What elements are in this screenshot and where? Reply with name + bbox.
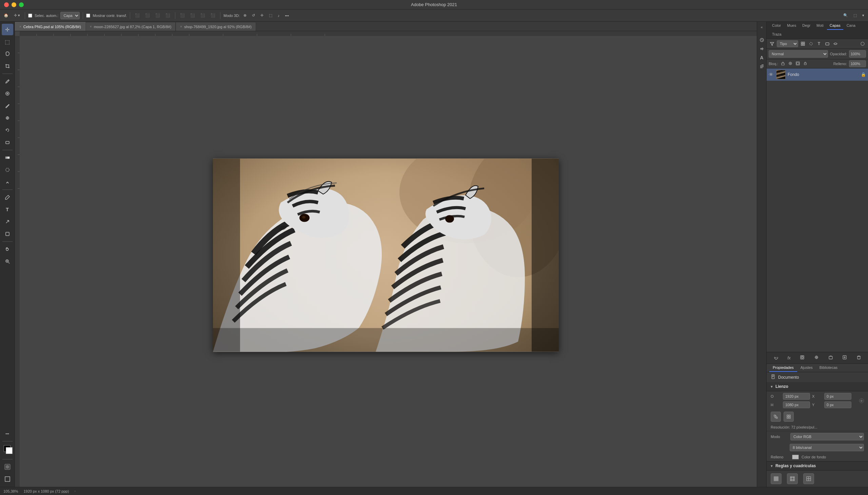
workspace-btn[interactable]: ⬚ (852, 13, 858, 18)
zoom-tool[interactable] (2, 256, 13, 267)
canvas-y-input[interactable]: 0 px (824, 402, 851, 408)
more-tools-btn[interactable]: ••• (2, 428, 13, 439)
crop-tool[interactable] (2, 61, 13, 72)
panel-tab-traza[interactable]: Traza (769, 31, 784, 39)
resize-btn-1[interactable] (771, 412, 781, 422)
minimize-button[interactable] (12, 2, 16, 7)
distribute-top[interactable]: ⬛ (178, 13, 186, 18)
healing-tool[interactable] (2, 88, 13, 99)
reglas-btn-2[interactable] (787, 473, 798, 484)
tab-shop[interactable]: × shop-768499_1920.jpg al 92% (RGB/8#) (176, 22, 256, 31)
tipo-filter-select[interactable]: Tipo (777, 40, 798, 47)
fill-color-swatch[interactable] (792, 455, 799, 459)
layer-mask-btn[interactable] (799, 354, 806, 362)
blur-tool[interactable] (2, 164, 13, 176)
opacity-input[interactable]: 100% (849, 50, 866, 58)
link-layers-btn[interactable] (772, 354, 780, 362)
tab-cebra-close[interactable]: × (19, 25, 21, 29)
filter-toggle[interactable] (859, 40, 866, 47)
shape-filter-icon[interactable] (824, 40, 831, 47)
align-top[interactable]: ⬛ (164, 13, 172, 18)
text-tool[interactable]: T (2, 204, 13, 215)
align-center-h[interactable]: ⬛ (143, 13, 152, 18)
tab-moon[interactable]: × moon-2285627.jpg al 87,2% (Capa 1, RGB… (85, 22, 176, 31)
props-tab-propiedades[interactable]: Propiedades (769, 364, 797, 372)
layer-effects-btn[interactable]: fx (786, 354, 792, 362)
props-tab-bibliotecas[interactable]: Bibliotecas (816, 364, 841, 372)
gradient-tool[interactable] (2, 152, 13, 164)
blend-mode-select[interactable]: Normal (769, 50, 828, 58)
panel-tab-cana[interactable]: Cana (844, 22, 858, 30)
adjustment-panel-btn[interactable] (758, 45, 766, 53)
lock-pixels-btn[interactable] (780, 61, 786, 67)
reglas-btn-3[interactable] (803, 473, 814, 484)
modo3d-btn2[interactable]: ↺ (250, 13, 257, 18)
panel-tab-color[interactable]: Color (769, 22, 784, 30)
modo3d-btn3[interactable]: ✛ (259, 13, 265, 18)
pixel-filter-icon[interactable] (800, 40, 806, 47)
color-mode-select[interactable]: Color RGB (790, 433, 864, 440)
collapse-panel-btn[interactable]: « (758, 23, 766, 31)
new-group-btn[interactable] (827, 354, 834, 362)
distribute-center-v[interactable]: ⬛ (188, 13, 197, 18)
quick-mask-btn[interactable] (2, 461, 13, 473)
maximize-button[interactable] (19, 2, 24, 7)
hand-tool[interactable] (2, 243, 13, 255)
panel-tab-mues[interactable]: Mues (784, 22, 799, 30)
panel-tab-degr[interactable]: Degr (800, 22, 813, 30)
smart-filter-icon[interactable] (832, 40, 839, 47)
resize-btn-2[interactable] (784, 412, 794, 422)
modo3d-btn5[interactable]: ♪ (276, 13, 282, 18)
selec-autom-checkbox[interactable] (28, 14, 32, 18)
history-brush[interactable] (2, 124, 13, 136)
canvas-link-icon[interactable]: ⊕ (859, 398, 864, 403)
modo3d-btn4[interactable]: ⬚ (267, 13, 274, 18)
history-panel-btn[interactable] (758, 36, 766, 44)
search-btn[interactable]: 🔍 (841, 13, 850, 18)
adjustment-filter-icon[interactable] (807, 40, 814, 47)
path-selection-tool[interactable] (2, 216, 13, 227)
tab-moon-close[interactable]: × (90, 25, 92, 29)
eyedropper-tool[interactable] (2, 75, 13, 87)
lock-position-btn[interactable] (788, 61, 793, 67)
canvas-width-input[interactable]: 1920 px (783, 393, 810, 400)
lock-artboard-btn[interactable] (795, 61, 801, 67)
lasso-tool[interactable] (2, 48, 13, 60)
delete-layer-btn[interactable] (855, 354, 863, 362)
align-left[interactable]: ⬛ (133, 13, 141, 18)
home-btn[interactable]: 🏠 (2, 13, 10, 18)
more-options[interactable]: ••• (283, 13, 291, 18)
pen-tool[interactable] (2, 191, 13, 203)
bits-select[interactable]: 8 bits/canal (790, 444, 864, 451)
layer-item-fondo[interactable]: 👁 Fondo 🔒 (767, 68, 868, 81)
window-controls[interactable] (4, 2, 24, 7)
lock-all-btn[interactable] (803, 61, 808, 67)
panel-tab-capas[interactable]: Capas (827, 22, 843, 30)
canvas-x-input[interactable]: 0 px (824, 393, 851, 400)
eraser-tool[interactable] (2, 137, 13, 148)
move-tool[interactable]: ✛ (2, 24, 13, 35)
brush-tool[interactable] (2, 100, 13, 112)
lienzo-section-header[interactable]: ▼ Lienzo (767, 382, 868, 391)
status-chevron[interactable]: › (74, 489, 75, 493)
close-button[interactable] (4, 2, 9, 7)
reglas-btn-1[interactable] (771, 473, 782, 484)
layer-visibility-toggle[interactable]: 👁 (769, 72, 774, 77)
text-panel-btn[interactable]: A (758, 54, 766, 62)
color-swatches[interactable] (2, 444, 13, 456)
props-tab-ajustes[interactable]: Ajustes (797, 364, 816, 372)
modo3d-btn1[interactable]: ⊕ (242, 13, 248, 18)
new-layer-btn[interactable] (841, 354, 848, 362)
clone-tool[interactable] (2, 112, 13, 124)
panel-tab-moti[interactable]: Moti (814, 22, 826, 30)
align-right[interactable]: ⬛ (154, 13, 162, 18)
distribute-bottom[interactable]: ⬛ (199, 13, 207, 18)
reglas-section-header[interactable]: ▼ Reglas y cuadrículas (767, 461, 868, 471)
screen-mode-btn[interactable] (2, 473, 13, 485)
selection-tool[interactable]: ⬚ (2, 36, 13, 48)
tab-shop-close[interactable]: × (180, 25, 182, 29)
fill-input[interactable]: 100% (849, 61, 866, 67)
move-tool-options[interactable]: ✛ ▾ (12, 13, 22, 18)
adjustment-layer-btn[interactable] (813, 354, 820, 362)
shape-tool[interactable] (2, 228, 13, 240)
